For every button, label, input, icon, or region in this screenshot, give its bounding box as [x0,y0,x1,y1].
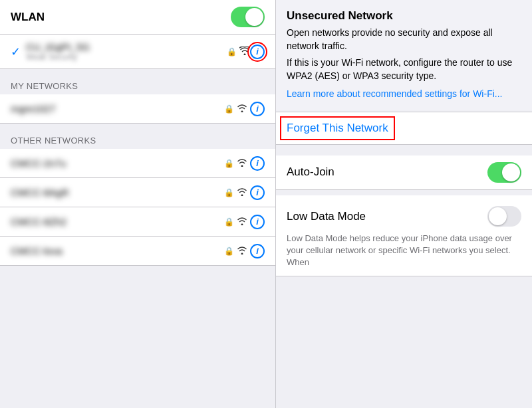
connected-network-name: CU_iGgPt_5G [26,41,223,52]
my-network-info-button[interactable]: i [250,102,265,116]
wifi-icon [237,246,247,256]
connected-network-row[interactable]: ✓ CU_iGgPt_5G Weak Security 🔒 i [0,35,275,69]
network-name-text: CMCC-8AgR [11,187,220,198]
lock-icon: 🔒 [224,247,234,256]
list-item[interactable]: CMCC-8AgR 🔒 i [0,178,275,207]
wifi-icon [237,104,247,114]
row-icons: 🔒 i [224,156,265,171]
list-item[interactable]: CMCC-8Zh2 🔒 i [0,207,275,237]
other-network-info-button-3[interactable]: i [250,215,265,229]
other-networks-list: CMCC-2n7u 🔒 i CMCC-8AgR 🔒 [0,149,275,266]
connected-network-info: CU_iGgPt_5G Weak Security [26,41,223,62]
list-item[interactable]: CMCC-2n7u 🔒 i [0,149,275,178]
lock-icon: 🔒 [227,47,237,56]
connected-network-sub: Weak Security [26,52,223,62]
wifi-icon [237,158,247,169]
right-panel: Unsecured Network Open networks provide … [276,0,532,408]
connected-info-button[interactable]: i [250,45,265,59]
forget-this-network-button[interactable]: Forget This Network [281,118,394,139]
lock-icon: 🔒 [224,159,234,168]
spacer-3 [276,145,532,150]
row-icons: 🔒 i [224,244,265,258]
row-icons: 🔒 i [224,102,265,116]
network-name-text: mgre1027 [11,103,220,114]
lowdata-header: Low Data Mode [287,202,521,231]
learn-more-link[interactable]: Learn more about recommended settings fo… [287,88,502,99]
network-name-text: CMCC-lova [11,245,220,256]
wifi-icon [237,217,247,227]
wifi-icon [239,47,250,57]
spacer-1 [0,69,275,74]
lowdata-toggle-knob [489,207,507,225]
network-name-text: CMCC-8Zh2 [11,216,220,227]
unsecured-section: Unsecured Network Open networks provide … [276,0,532,110]
spacer-4 [276,190,532,195]
other-network-info-button-2[interactable]: i [250,185,265,200]
lock-icon: 🔒 [224,188,234,197]
my-networks-section-header: MY NETWORKS [0,74,275,94]
wlan-toggle[interactable] [231,7,265,27]
unsecured-title: Unsecured Network [287,9,521,23]
other-networks-label: OTHER NETWORKS [11,136,96,146]
unsecured-desc2: If this is your Wi-Fi network, configure… [287,56,521,82]
wlan-header-row: WLAN [0,0,275,35]
wlan-label: WLAN [11,11,231,24]
list-item[interactable]: mgre1027 🔒 i [0,94,275,124]
network-name-text: CMCC-2n7u [11,157,220,169]
unsecured-desc1: Open networks provide no security and ex… [287,27,521,52]
forget-section: Forget This Network [276,112,532,145]
wlan-toggle-knob [245,8,263,26]
connected-checkmark: ✓ [11,45,21,59]
row-icons: 🔒 i [224,185,265,200]
wifi-icon [237,187,247,198]
autojoin-label: Auto-Join [287,165,487,179]
list-item[interactable]: CMCC-lova 🔒 i [0,237,275,266]
left-panel: WLAN ✓ CU_iGgPt_5G Weak Security 🔒 i [0,0,276,408]
row-icons: 🔒 i [224,215,265,229]
connected-row-icons: 🔒 [227,47,250,57]
autojoin-toggle-knob [502,163,520,181]
lowdata-desc: Low Data Mode helps reduce your iPhone d… [287,233,521,269]
autojoin-row: Auto-Join [276,155,532,190]
my-networks-list: mgre1027 🔒 i [0,94,275,124]
other-network-info-button-1[interactable]: i [250,156,265,171]
spacer-2 [0,124,275,129]
other-network-info-button-4[interactable]: i [250,244,265,258]
my-networks-label: MY NETWORKS [11,81,78,91]
lock-icon: 🔒 [224,104,234,114]
lowdata-toggle[interactable] [487,206,521,227]
lowdata-label: Low Data Mode [287,210,487,223]
lowdata-section: Low Data Mode Low Data Mode helps reduce… [276,195,532,276]
other-networks-section-header: OTHER NETWORKS [0,129,275,149]
lock-icon: 🔒 [224,217,234,227]
autojoin-toggle[interactable] [487,162,521,183]
